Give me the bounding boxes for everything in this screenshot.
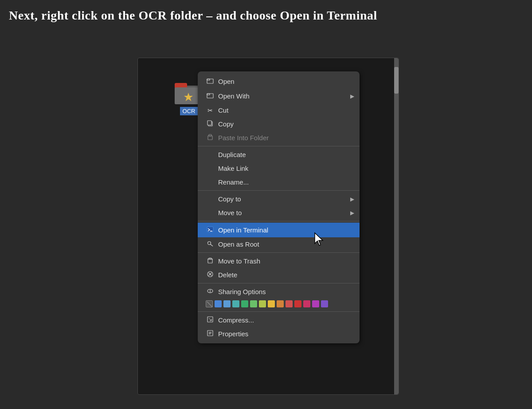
separator-4 (198, 252, 360, 253)
context-menu: Open Open With ▶ ✂ Cut Copy Pas (198, 71, 360, 343)
instruction-text: Next, right click on the OCR folder – an… (0, 0, 532, 31)
properties-label: Properties (218, 330, 248, 338)
swatch-orange[interactable] (277, 300, 284, 307)
move-to-arrow: ▶ (350, 210, 354, 216)
copy-label: Copy (218, 120, 234, 128)
swatch-green[interactable] (250, 300, 257, 307)
compress-icon (206, 316, 215, 324)
separator-1 (198, 146, 360, 146)
scrollbar[interactable] (394, 58, 399, 394)
swatch-yellow-green[interactable] (259, 300, 266, 307)
delete-label: Delete (218, 271, 237, 279)
svg-line-24 (207, 302, 212, 307)
color-swatches (198, 299, 360, 310)
menu-item-delete[interactable]: Delete (198, 268, 360, 282)
rename-label: Rename... (218, 178, 249, 186)
menu-item-duplicate[interactable]: Duplicate (198, 148, 360, 161)
delete-icon (206, 271, 215, 279)
svg-rect-18 (209, 258, 211, 260)
menu-item-open-as-root[interactable]: Open as Root (198, 237, 360, 251)
svg-line-15 (211, 244, 213, 247)
svg-rect-9 (207, 121, 211, 125)
svg-line-26 (209, 318, 211, 321)
svg-rect-16 (208, 259, 212, 263)
menu-item-properties[interactable]: Properties (198, 327, 360, 341)
copy-to-arrow: ▶ (350, 196, 354, 202)
separator-6 (198, 311, 360, 312)
menu-item-make-link[interactable]: Make Link (198, 161, 360, 175)
terminal-icon (206, 226, 215, 234)
swatch-red[interactable] (294, 300, 301, 307)
properties-icon (206, 330, 215, 338)
swatch-violet[interactable] (321, 300, 328, 307)
open-as-root-label: Open as Root (218, 240, 259, 248)
open-in-terminal-label: Open in Terminal (218, 226, 268, 234)
compress-label: Compress... (218, 316, 254, 324)
paste-icon (206, 134, 215, 142)
open-with-label: Open With (218, 92, 250, 100)
scrollbar-thumb[interactable] (394, 67, 399, 94)
menu-item-copy-to[interactable]: Copy to ▶ (198, 192, 360, 206)
cut-label: Cut (218, 106, 228, 114)
menu-item-paste-into-folder[interactable]: Paste Into Folder (198, 131, 360, 145)
open-with-arrow: ▶ (350, 93, 354, 99)
swatch-light-blue[interactable] (223, 300, 231, 307)
make-link-label: Make Link (218, 165, 248, 172)
separator-2 (198, 190, 360, 191)
move-to-trash-label: Move to Trash (218, 257, 260, 265)
svg-point-14 (208, 242, 211, 245)
menu-item-move-to[interactable]: Move to ▶ (198, 206, 360, 220)
open-label: Open (218, 78, 235, 85)
open-with-icon (206, 92, 215, 100)
svg-rect-6 (207, 94, 213, 98)
menu-item-compress[interactable]: Compress... (198, 313, 360, 327)
menu-item-open[interactable]: Open (198, 74, 360, 89)
share-icon (206, 288, 215, 295)
key-icon (206, 240, 215, 248)
swatch-teal[interactable] (232, 300, 239, 307)
trash-icon (206, 257, 215, 265)
move-to-label: Move to (218, 209, 242, 216)
cut-icon: ✂ (206, 107, 215, 114)
copy-to-label: Copy to (218, 195, 241, 203)
paste-into-folder-label: Paste Into Folder (218, 134, 269, 142)
swatch-none[interactable] (206, 300, 213, 307)
open-icon (206, 77, 215, 86)
swatch-blue[interactable] (215, 300, 222, 307)
swatch-purple[interactable] (312, 300, 319, 307)
folder-label: OCR (180, 107, 198, 115)
swatch-red-orange[interactable] (286, 300, 293, 307)
svg-rect-5 (207, 79, 210, 80)
swatch-pink[interactable] (303, 300, 310, 307)
menu-item-move-to-trash[interactable]: Move to Trash (198, 254, 360, 268)
separator-3 (198, 221, 360, 221)
swatch-teal-green[interactable] (241, 300, 248, 307)
duplicate-label: Duplicate (218, 151, 246, 158)
menu-item-copy[interactable]: Copy (198, 117, 360, 131)
sharing-options-label: Sharing Options (218, 288, 266, 295)
menu-item-rename[interactable]: Rename... (198, 175, 360, 189)
menu-item-open-in-terminal[interactable]: Open in Terminal (198, 223, 360, 237)
svg-rect-7 (207, 94, 210, 95)
menu-item-sharing-options[interactable]: Sharing Options (198, 285, 360, 299)
separator-5 (198, 283, 360, 283)
instruction-bar: Next, right click on the OCR folder – an… (0, 0, 532, 31)
copy-icon (206, 120, 215, 128)
swatch-yellow[interactable] (268, 300, 275, 307)
menu-item-open-with[interactable]: Open With ▶ (198, 89, 360, 103)
menu-item-cut[interactable]: ✂ Cut (198, 103, 360, 117)
screenshot-container: OCR Open Open With ▶ ✂ Cut (137, 58, 399, 395)
svg-rect-4 (207, 79, 213, 83)
